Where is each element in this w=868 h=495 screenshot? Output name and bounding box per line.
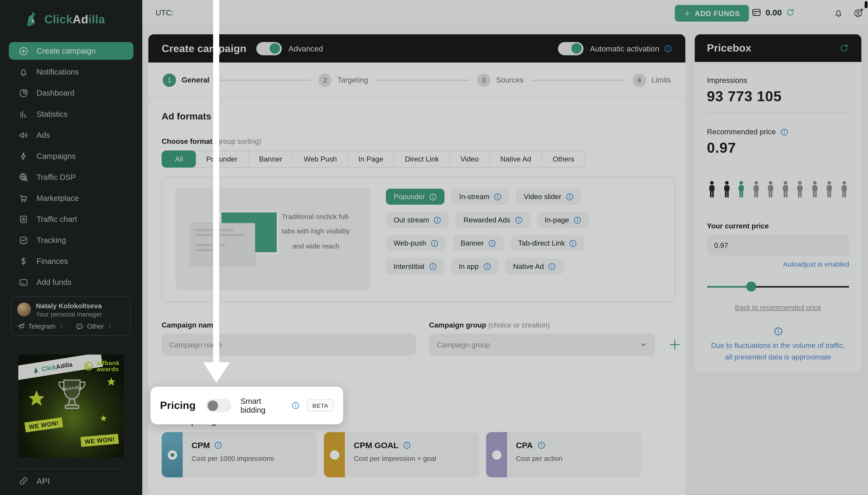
sidebar-item-campaigns[interactable]: Campaigns [9, 147, 133, 165]
chip-banner[interactable]: Banner [453, 235, 504, 251]
info-icon[interactable] [488, 239, 496, 247]
sidebar-item-ads[interactable]: Ads [9, 126, 133, 144]
sidebar-item-tracking[interactable]: Tracking [9, 231, 133, 249]
info-icon[interactable] [780, 128, 788, 136]
sidebar-item-label: Ads [36, 131, 50, 139]
info-icon[interactable] [573, 216, 581, 224]
current-price-input[interactable] [707, 235, 849, 256]
info-icon[interactable] [431, 239, 438, 247]
step-limits[interactable]: 4 Limits [633, 73, 671, 87]
scrollbar-thumb[interactable] [865, 1, 867, 8]
brand-logo[interactable]: ClickAdilla [0, 0, 143, 28]
promo-banner[interactable]: ClickAdilla affbankawards ClickAdilla WE [18, 355, 124, 457]
radio-unselected[interactable] [492, 450, 501, 460]
chip-in-page[interactable]: In-page [537, 212, 589, 228]
pricing-model-cpa[interactable]: CPA Cost per action [486, 432, 641, 477]
balance[interactable]: 0.00 [751, 7, 795, 18]
sidebar-item-traffic-chart[interactable]: Traffic chart [9, 210, 133, 228]
telegram-link[interactable]: Telegram [17, 323, 64, 330]
price-slider[interactable] [707, 281, 849, 292]
tab-web-push[interactable]: Web Push [293, 151, 348, 167]
choose-format-label: Choose format (group sorting) [162, 137, 672, 146]
tab-in-page[interactable]: In Page [348, 151, 395, 167]
campaign-group-group: Campaign group (choice or creation) Camp… [429, 321, 655, 356]
step-sources[interactable]: 3 Sources [477, 73, 523, 87]
slider-thumb[interactable] [746, 281, 756, 292]
tab-video[interactable]: Video [450, 151, 490, 167]
chip-tab-direct-link[interactable]: Tab-direct Link [511, 235, 585, 251]
info-icon[interactable] [403, 441, 411, 449]
chip-video-slider[interactable]: Video slider [516, 189, 581, 205]
info-icon[interactable] [292, 402, 300, 409]
step-number: 3 [477, 73, 490, 87]
refresh-icon[interactable] [786, 8, 795, 17]
campaign-group-select[interactable]: Campaign group [429, 334, 655, 356]
step-targeting[interactable]: 2 Targeting [318, 73, 368, 87]
sidebar-item-label: Finances [36, 257, 68, 266]
pricing-model-cpm[interactable]: CPM Cost per 1000 impressions [162, 432, 317, 477]
person-icon [707, 180, 717, 201]
add-group-button[interactable] [668, 338, 682, 351]
chip-interstitial[interactable]: Interstitial [386, 258, 444, 274]
chip-native-ad[interactable]: Native Ad [505, 258, 564, 274]
automatic-activation-toggle[interactable] [558, 42, 583, 55]
info-icon[interactable] [548, 262, 556, 270]
back-to-recommended-link[interactable]: Back to recommended price [707, 304, 849, 311]
refresh-icon[interactable] [839, 43, 849, 53]
manager-avatar [17, 303, 31, 317]
tab-others[interactable]: Others [542, 151, 585, 167]
tab-banner[interactable]: Banner [248, 151, 293, 167]
info-icon[interactable] [429, 193, 437, 201]
pricing-spotlight: Pricing Smart bidding BETA [151, 387, 343, 424]
advanced-toggle[interactable] [256, 42, 282, 55]
chat-icon [76, 322, 84, 330]
add-funds-button[interactable]: ADD FUNDS [675, 5, 749, 22]
other-contact-link[interactable]: Other [76, 322, 113, 330]
awards-text: awards [97, 366, 120, 373]
radio-unselected[interactable] [330, 450, 339, 460]
notifications-bell-icon[interactable] [833, 8, 844, 18]
pricebox-header: Pricebox [695, 34, 862, 62]
info-icon[interactable] [215, 441, 222, 449]
star-icon [106, 376, 116, 387]
chip-out-stream[interactable]: Out stream [386, 212, 449, 228]
info-icon[interactable] [494, 193, 502, 201]
info-icon[interactable] [434, 216, 441, 224]
recommended-price-label: Recommended price [707, 128, 776, 136]
sidebar-item-traffic-dsp[interactable]: Traffic DSP [9, 168, 133, 186]
campaign-name-input[interactable] [162, 334, 416, 356]
chip-rewarded-ads[interactable]: Rewarded Ads [456, 212, 530, 228]
info-icon[interactable] [537, 441, 545, 449]
radio-selected[interactable] [167, 450, 177, 460]
sidebar-item-api[interactable]: API [18, 476, 143, 486]
sidebar-item-finances[interactable]: Finances [9, 252, 133, 270]
pricing-model-cpm-goal[interactable]: CPM GOAL Cost per impression + goal [324, 432, 479, 477]
info-icon[interactable] [569, 239, 577, 247]
info-icon[interactable] [429, 262, 436, 270]
affbank-swirl-icon [83, 361, 94, 372]
sidebar-item-dashboard[interactable]: Dashboard [9, 84, 133, 102]
smart-bidding-toggle[interactable] [206, 399, 232, 412]
tab-popunder[interactable]: Popunder [196, 151, 248, 167]
info-icon[interactable] [515, 216, 522, 224]
tab-direct-link[interactable]: Direct Link [394, 151, 450, 167]
tab-native-ad[interactable]: Native Ad [490, 151, 542, 167]
person-icon [809, 180, 820, 201]
sidebar-item-create-campaign[interactable]: Create campaign [9, 42, 133, 60]
info-icon[interactable] [664, 45, 672, 52]
account-settings-icon[interactable] [853, 8, 864, 18]
step-connector [376, 80, 469, 81]
info-icon[interactable] [566, 193, 573, 201]
chip-web-push[interactable]: Web-push [386, 235, 446, 251]
chip-in-app[interactable]: In app [451, 258, 499, 274]
info-icon[interactable] [483, 262, 491, 270]
step-general[interactable]: 1 General [163, 73, 210, 87]
tab-all[interactable]: All [162, 151, 196, 168]
sidebar-item-add-funds[interactable]: Add funds [9, 273, 133, 291]
chip-popunder[interactable]: Popunder [386, 189, 445, 205]
chip-in-stream[interactable]: In-stream [451, 189, 510, 205]
sidebar-item-statistics[interactable]: Statistics [9, 105, 133, 123]
credit-card-icon [18, 277, 29, 287]
sidebar-item-marketplace[interactable]: Marketplace [9, 189, 133, 207]
sidebar-item-notifications[interactable]: Notifications [9, 63, 133, 81]
